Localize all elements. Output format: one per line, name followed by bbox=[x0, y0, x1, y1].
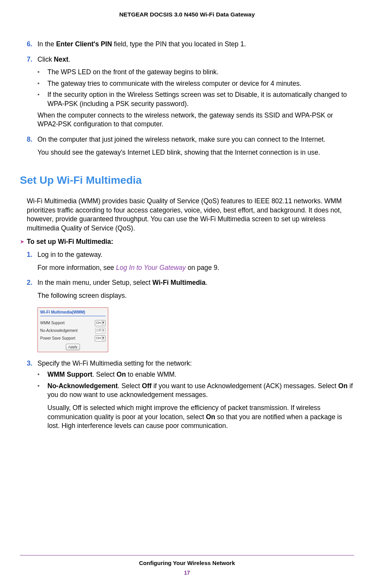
text-frag: In the bbox=[37, 40, 56, 48]
step-8: 8. On the computer that just joined the … bbox=[27, 135, 354, 161]
apply-button[interactable]: Apply bbox=[66, 344, 80, 350]
procedure-heading: ➤ To set up Wi-Fi Multimedia: bbox=[20, 237, 354, 247]
bullet-item: • The gateway tries to communicate with … bbox=[37, 79, 354, 88]
wmm-row: WMM Support On▾ bbox=[38, 319, 108, 327]
step-8-p1: On the computer that just joined the wir… bbox=[37, 135, 354, 144]
bullet-item: • If the security option in the Wireless… bbox=[37, 90, 354, 108]
step-number: 3. bbox=[27, 359, 37, 437]
text-bold: On bbox=[117, 371, 126, 378]
select-value: Off bbox=[96, 328, 101, 333]
footer-chapter-title: Configuring Your Wireless Network bbox=[20, 559, 354, 567]
step-number: 8. bbox=[27, 135, 37, 161]
bullet-text: The WPS LED on the front of the gateway … bbox=[47, 68, 354, 77]
footer-rule bbox=[20, 555, 354, 555]
bullet-dot-icon: • bbox=[37, 370, 47, 379]
procedure-heading-text: To set up Wi-Fi Multimedia: bbox=[27, 237, 113, 247]
text-frag: In the main menu, under Setup, select bbox=[37, 279, 153, 286]
proc-step-3: 3. Specify the Wi-Fi Multimedia setting … bbox=[27, 359, 354, 437]
text-bold: Off bbox=[142, 382, 151, 390]
step-number: 6. bbox=[27, 40, 37, 53]
wmm-row-label: No-Acknowledgement bbox=[40, 328, 95, 333]
bullet-text: WMM Support. Select On to enable WMM. bbox=[47, 370, 354, 379]
text-frag: . bbox=[68, 56, 70, 63]
proc-step-1-p1: Log in to the gateway. bbox=[37, 250, 354, 260]
bullet-followup: Usually, Off is selected which might imp… bbox=[47, 403, 354, 431]
select-value: On bbox=[96, 320, 101, 325]
bullet-item: • WMM Support. Select On to enable WMM. bbox=[37, 370, 354, 379]
text-frag: to enable WMM. bbox=[126, 371, 176, 378]
bullet-dot-icon: • bbox=[37, 90, 47, 108]
wmm-panel-title: Wi-Fi Multimedia(WMM) bbox=[38, 308, 108, 315]
step-6: 6. In the Enter Client's PIN field, type… bbox=[27, 40, 354, 53]
running-header: NETGEAR DOCSIS 3.0 N450 Wi-Fi Data Gatew… bbox=[20, 11, 354, 19]
text-frag: field, type the PIN that you located in … bbox=[112, 40, 246, 48]
chevron-down-icon: ▾ bbox=[102, 336, 104, 340]
text-frag: if you want to use Acknowledgement (ACK)… bbox=[151, 382, 338, 390]
wmm-row: No-Acknowledgement Off▾ bbox=[38, 327, 108, 335]
bullet-dot-icon: • bbox=[37, 79, 47, 88]
text-frag: For more information, see bbox=[37, 264, 116, 271]
bullet-item: • The WPS LED on the front of the gatewa… bbox=[37, 68, 354, 77]
bullet-text: If the security option in the Wireless S… bbox=[47, 90, 354, 108]
wmm-row-label: Power Save Support bbox=[40, 336, 95, 341]
proc-step-1-p2: For more information, see Log In to Your… bbox=[37, 263, 354, 273]
step-8-p2: You should see the gateway's Internet LE… bbox=[37, 148, 354, 157]
step-6-text: In the Enter Client's PIN field, type th… bbox=[37, 40, 354, 49]
proc-step-2: 2. In the main menu, under Setup, select… bbox=[27, 278, 354, 304]
intro-paragraph: Wi-Fi Multimedia (WMM) provides basic Qu… bbox=[27, 197, 354, 233]
step-number: 7. bbox=[27, 55, 37, 133]
wmm-screenshot: Wi-Fi Multimedia(WMM) WMM Support On▾ No… bbox=[37, 307, 108, 352]
wmm-support-select[interactable]: On▾ bbox=[95, 320, 106, 326]
divider bbox=[40, 316, 106, 316]
text-bold: Enter Client's PIN bbox=[56, 40, 112, 48]
text-bold: Wi-Fi Multimedia bbox=[153, 279, 206, 286]
wmm-row: Power Save Support On▾ bbox=[38, 335, 108, 342]
section-heading: Set Up Wi-Fi Multimedia bbox=[20, 173, 354, 188]
step-7-followup: When the computer connects to the wirele… bbox=[37, 111, 354, 129]
page-footer: Configuring Your Wireless Network 17 bbox=[20, 555, 354, 577]
no-ack-select[interactable]: Off▾ bbox=[95, 328, 106, 334]
chevron-down-icon: ▾ bbox=[102, 328, 104, 333]
text-frag: on page 9. bbox=[186, 264, 220, 271]
text-bold: On bbox=[206, 413, 215, 421]
text-frag: . Select bbox=[93, 371, 117, 378]
step-7-text: Click Next. bbox=[37, 55, 354, 64]
text-frag: . Select bbox=[118, 382, 142, 390]
footer-page-number: 17 bbox=[20, 569, 354, 577]
wmm-row-label: WMM Support bbox=[40, 320, 95, 326]
bullet-dot-icon: • bbox=[37, 68, 47, 77]
step-number: 2. bbox=[27, 278, 37, 304]
text-frag: . bbox=[205, 279, 207, 286]
arrow-icon: ➤ bbox=[20, 237, 27, 246]
bullet-text: The gateway tries to communicate with th… bbox=[47, 79, 354, 88]
proc-step-1: 1. Log in to the gateway. For more infor… bbox=[27, 250, 354, 276]
bullet-dot-icon: • bbox=[37, 382, 47, 434]
proc-step-3-p1: Specify the Wi-Fi Multimedia setting for… bbox=[37, 359, 354, 368]
text-bold: No-Acknowledgement bbox=[47, 382, 118, 390]
proc-step-2-p1: In the main menu, under Setup, select Wi… bbox=[37, 278, 354, 287]
bullet-text: No-Acknowledgement. Select Off if you wa… bbox=[47, 382, 354, 400]
text-bold: WMM Support bbox=[47, 371, 93, 378]
chevron-down-icon: ▾ bbox=[102, 321, 104, 325]
bullet-item: • No-Acknowledgement. Select Off if you … bbox=[37, 382, 354, 434]
text-bold: Next bbox=[54, 56, 68, 63]
text-bold: On bbox=[338, 382, 348, 390]
power-save-select[interactable]: On▾ bbox=[95, 335, 106, 341]
cross-ref-link[interactable]: Log In to Your Gateway bbox=[116, 264, 186, 271]
text-frag: Click bbox=[37, 56, 54, 63]
step-7: 7. Click Next. • The WPS LED on the fron… bbox=[27, 55, 354, 133]
select-value: On bbox=[96, 336, 101, 341]
proc-step-2-p2: The following screen displays. bbox=[37, 291, 354, 301]
step-number: 1. bbox=[27, 250, 37, 276]
